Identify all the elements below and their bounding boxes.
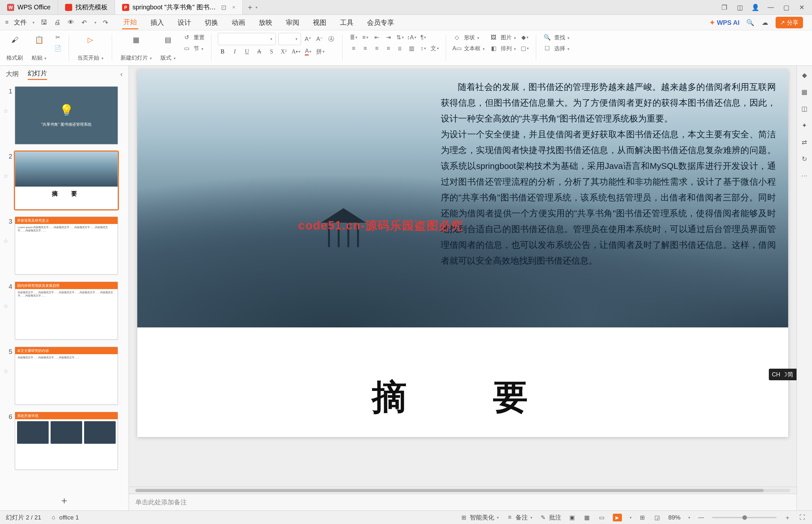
scrollbar-thumb[interactable] [135, 489, 764, 492]
clear-format-icon[interactable]: Ⓐ [327, 34, 336, 44]
tab-tools[interactable]: 工具 [339, 16, 355, 29]
font-family-combobox[interactable]: ▾ [218, 33, 276, 45]
bullets-icon[interactable]: ≣▾ [349, 33, 358, 42]
avatar-icon[interactable]: 👤 [751, 3, 759, 11]
highlight-icon[interactable]: A▪▾ [291, 47, 300, 56]
tab-review[interactable]: 审阅 [284, 16, 301, 29]
layout-group[interactable]: ▤ 版式 ▾ [158, 33, 178, 63]
rail-transition-icon[interactable]: ⇄ [799, 137, 809, 147]
columns-icon[interactable]: ▥ [407, 44, 416, 53]
zoom-in-icon[interactable]: ＋ [784, 514, 791, 521]
search-icon[interactable]: 🔍 [746, 18, 754, 27]
slide-thumbnail-1[interactable]: 💡 "共享书角" 图书借还管理系统 [15, 86, 118, 144]
vertical-align-icon[interactable]: ↕▾ [418, 44, 428, 53]
chevron-down-icon[interactable]: ▾ [630, 515, 632, 520]
cut-icon[interactable]: ✂ [53, 33, 62, 42]
tab-member[interactable]: 会员专享 [366, 16, 395, 29]
tab-animation[interactable]: 动画 [230, 16, 247, 29]
font-color-icon[interactable]: A▾ [303, 47, 313, 56]
fill-icon[interactable]: ◆▾ [520, 33, 529, 42]
chevron-down-icon[interactable]: ▾ [95, 20, 96, 25]
select-button[interactable]: ☐选择 ▾ [543, 44, 569, 53]
fullscreen-icon[interactable]: ⛶ [798, 514, 806, 521]
view-sorter-icon[interactable]: ▦ [583, 514, 591, 521]
copy-icon[interactable]: 📄 [53, 44, 62, 53]
slide-thumbnail-4[interactable]: 国内外研究现状及发展趋势 内容预览文字……内容预览文字……内容预览文字……内容预… [15, 282, 118, 340]
tab-view[interactable]: 视图 [312, 16, 328, 29]
slide-canvas[interactable]: 随着社会的发展，图书借还的管理形势越来越严峻。越来越多的借阅者利用互联网获得信息… [137, 70, 788, 437]
rail-element-icon[interactable]: ◫ [799, 104, 809, 113]
decrease-indent-icon[interactable]: ⇤ [372, 33, 381, 42]
zoom-value[interactable]: 89% [668, 514, 681, 521]
layers-icon[interactable]: ❐ [720, 3, 728, 11]
format-painter-group[interactable]: 🖌 格式刷 [4, 33, 25, 63]
save-icon[interactable]: 🖫 [40, 18, 48, 27]
slide-thumbnail-5[interactable]: 本文主要研究的内容 内容预览文字……内容预览文字……内容预览文字…… [15, 347, 118, 405]
thumbnails-list[interactable]: 1 ☆ 💡 "共享书角" 图书借还管理系统 2 ☆ 摘 要 [0, 83, 129, 491]
zoom-slider-thumb[interactable] [742, 515, 747, 520]
superscript-icon[interactable]: X² [279, 47, 288, 56]
chevron-down-icon[interactable]: ▾ [255, 5, 258, 10]
slide-thumbnail-2[interactable]: 摘 要 [15, 151, 118, 210]
app-tab-template[interactable]: 找稻壳模板 [58, 0, 115, 15]
close-tab-icon[interactable]: × [232, 4, 235, 10]
decrease-font-icon[interactable]: A⁻ [315, 34, 324, 44]
view-normal-icon[interactable]: ▣ [568, 514, 576, 521]
add-slide-button[interactable]: + [0, 491, 129, 510]
reset-button[interactable]: ↺重置 [182, 33, 204, 42]
rail-history-icon[interactable]: ↻ [799, 154, 809, 164]
align-center-icon[interactable]: ≡ [361, 44, 369, 53]
app-tab-document[interactable]: P springboot "共享书角" 图书… ⊡ × [115, 0, 243, 15]
strike-icon[interactable]: A [254, 47, 264, 56]
image-button[interactable]: 🖼图片 ▾ [489, 33, 516, 42]
redo-icon[interactable]: ↷ [101, 18, 110, 27]
star-icon[interactable]: ☆ [3, 238, 10, 245]
tab-transition[interactable]: 切换 [203, 16, 219, 29]
slide-body-text[interactable]: 随着社会的发展，图书借还的管理形势越来越严峻。越来越多的借阅者利用互联网获得信息… [441, 79, 776, 269]
horizontal-scrollbar[interactable] [129, 487, 797, 494]
phonetic-icon[interactable]: 拼▾ [316, 47, 325, 56]
maximize-icon[interactable]: ▢ [782, 3, 790, 11]
play-slideshow-button[interactable]: ▶ [613, 514, 622, 521]
tab-options-icon[interactable]: ⊡ [221, 3, 227, 11]
slide-counter[interactable]: 幻灯片 2 / 21 [6, 513, 41, 522]
cube-icon[interactable]: ◫ [736, 3, 744, 11]
undo-icon[interactable]: ↶ [80, 18, 88, 27]
comments-toggle[interactable]: ✎批注 [540, 513, 561, 522]
text-align-menu-icon[interactable]: ¶▾ [418, 33, 428, 42]
tab-outline[interactable]: 大纲 [6, 70, 19, 80]
office-indicator[interactable]: ⌂office 1 [50, 514, 79, 521]
minimize-icon[interactable]: — [767, 3, 775, 11]
numbering-icon[interactable]: ≡▾ [361, 33, 369, 42]
star-icon[interactable]: ☆ [3, 302, 10, 310]
font-size-combobox[interactable]: ▾ [278, 33, 301, 45]
new-slide-group[interactable]: ▦ 新建幻灯片 ▾ [119, 33, 154, 63]
section-button[interactable]: ▭节 ▾ [182, 44, 203, 53]
collapse-panel-icon[interactable]: ‹ [120, 70, 122, 79]
align-right-icon[interactable]: ≡ [372, 44, 381, 53]
line-spacing-icon[interactable]: ⇅▾ [395, 33, 404, 42]
rail-animation-icon[interactable]: ✦ [799, 120, 809, 130]
menu-toggle-icon[interactable]: ≡ [5, 19, 9, 26]
text-direction-menu-icon[interactable]: ↕A▾ [407, 33, 416, 42]
paste-group[interactable]: 📋 粘贴 ▾ [29, 33, 49, 63]
notes-pane[interactable]: 单击此处添加备注 [129, 494, 797, 510]
rail-more-icon[interactable]: ⋯ [799, 171, 809, 180]
align-justify-icon[interactable]: ≡ [384, 44, 393, 53]
tab-slideshow[interactable]: 放映 [258, 16, 274, 29]
italic-icon[interactable]: I [230, 47, 239, 56]
file-menu[interactable]: 文件 [14, 18, 27, 27]
notes-toggle[interactable]: ≡备注▾ [506, 513, 532, 522]
outline-icon[interactable]: ▢▾ [520, 44, 529, 53]
star-icon[interactable]: ☆ [3, 368, 10, 375]
tab-insert[interactable]: 插入 [149, 16, 165, 29]
view-grid-icon[interactable]: ⊞ [639, 514, 646, 521]
view-reading-icon[interactable]: ▭ [598, 514, 606, 521]
slide-heading[interactable]: 摘 要 [137, 374, 788, 421]
add-tab-button[interactable]: + ▾ [243, 0, 263, 15]
arrange-button[interactable]: ◧排列 ▾ [489, 44, 516, 53]
star-icon[interactable]: ☆ [3, 107, 10, 114]
wps-ai-button[interactable]: ✦ WPS AI [710, 19, 740, 27]
strikethrough-icon[interactable]: S [267, 47, 276, 56]
chevron-down-icon[interactable]: ▾ [33, 20, 34, 25]
